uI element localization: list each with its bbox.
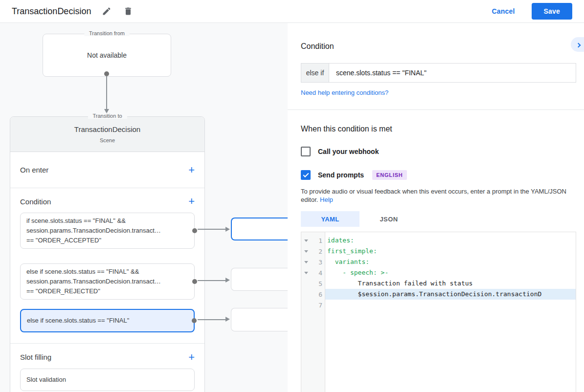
conditions-help-link[interactable]: Need help entering conditions? xyxy=(301,89,388,96)
condition-card-accepted[interactable]: if scene.slots.status == "FINAL" && sess… xyxy=(20,213,195,249)
condition-card-rejected[interactable]: else if scene.slots.status == "FINAL" &&… xyxy=(20,263,195,300)
condition-expression-input[interactable]: scene.slots.status == "FINAL" xyxy=(329,64,576,82)
on-enter-label: On enter xyxy=(20,166,48,174)
connector-line xyxy=(198,319,225,320)
save-button[interactable]: Save xyxy=(532,3,573,20)
connector-line xyxy=(198,280,225,281)
scene-type-label: Scene xyxy=(10,137,204,143)
condition-text: session.params.TransactionDecision.trans… xyxy=(26,277,188,286)
code-line xyxy=(325,300,576,310)
connector-dot xyxy=(104,71,109,76)
page-title: TransactionDecision xyxy=(12,6,91,17)
condition-section: Condition + if scene.slots.status == "FI… xyxy=(10,188,204,344)
condition-card-final-selected[interactable]: else if scene.slots.status == "FINAL" xyxy=(20,309,195,332)
line-number: 5 xyxy=(311,280,325,287)
condition-section-label: Condition xyxy=(20,197,51,206)
code-line: first_simple: xyxy=(325,246,576,257)
scene-diagram-area: Transition from Not available Transition… xyxy=(0,23,584,392)
code-line: Transaction failed with status xyxy=(325,278,576,289)
line-number: 2 xyxy=(311,248,325,255)
connector-dot xyxy=(192,318,197,323)
line-number: 1 xyxy=(311,237,325,244)
add-condition-button[interactable]: + xyxy=(188,196,195,207)
condition-text: if scene.slots.status == "FINAL" && xyxy=(26,216,188,226)
panel-title: Condition xyxy=(301,42,576,51)
code-line: - speech: >- xyxy=(325,267,576,278)
add-slot-button[interactable]: + xyxy=(188,352,195,363)
code-line-highlighted: $session.params.TransactionDecision.tran… xyxy=(325,289,576,300)
tab-yaml[interactable]: YAML xyxy=(301,211,359,227)
arrow-right-icon xyxy=(225,317,230,322)
transition-target-box[interactable] xyxy=(231,308,288,331)
send-prompts-label: Send prompts xyxy=(318,171,364,179)
transition-from-content: Not available xyxy=(43,34,171,76)
connector-line xyxy=(198,229,225,230)
slot-filling-section: Slot filling + Slot validation xyxy=(10,344,204,391)
transition-from-node[interactable]: Transition from Not available xyxy=(43,34,171,77)
condition-detail-panel: Condition else if scene.slots.status == … xyxy=(288,23,584,392)
edit-scene-button[interactable] xyxy=(101,5,112,17)
scene-name: TransactionDecision xyxy=(10,125,204,133)
code-line: idates: xyxy=(325,235,576,246)
condition-text: else if scene.slots.status == "FINAL" xyxy=(27,316,129,326)
language-badge: ENGLISH xyxy=(372,170,407,180)
tab-json[interactable]: JSON xyxy=(359,211,418,227)
editor-gutter: 1 2 3 4 5 6 7 xyxy=(301,232,325,392)
line-number: 4 xyxy=(311,269,325,277)
collapse-panel-button[interactable] xyxy=(571,37,584,52)
editor-tabs: YAML JSON xyxy=(301,211,576,227)
slot-filling-label: Slot filling xyxy=(20,353,51,361)
arrow-right-icon xyxy=(225,227,230,232)
condition-input-group: else if scene.slots.status == "FINAL" xyxy=(301,63,576,83)
arrow-right-icon xyxy=(225,278,230,283)
cancel-button[interactable]: Cancel xyxy=(492,7,515,15)
prompt-hint-body: To provide audio or visual feedback when… xyxy=(301,188,566,203)
transition-target-box[interactable] xyxy=(231,268,288,291)
add-on-enter-button[interactable]: + xyxy=(188,165,195,175)
trash-icon xyxy=(123,6,133,16)
fold-arrow-icon[interactable] xyxy=(301,272,311,274)
yaml-code-editor[interactable]: 1 2 3 4 5 6 7 idates: first_simple: vari… xyxy=(301,232,576,392)
condition-text: session.params.TransactionDecision.trans… xyxy=(26,226,188,236)
when-condition-heading: When this condition is met xyxy=(301,125,576,133)
panel-divider xyxy=(288,109,584,110)
slot-validation-label: Slot validation xyxy=(26,375,66,385)
code-line: variants: xyxy=(325,257,576,267)
send-prompts-row: Send prompts ENGLISH xyxy=(301,170,576,180)
slot-validation-card[interactable]: Slot validation xyxy=(20,369,195,391)
fold-arrow-icon[interactable] xyxy=(301,261,311,263)
on-enter-row[interactable]: On enter + xyxy=(10,152,204,188)
chevron-right-icon xyxy=(576,43,581,47)
editor-code-area[interactable]: idates: first_simple: variants: - speech… xyxy=(325,232,576,392)
condition-text: else if scene.slots.status == "FINAL" && xyxy=(26,267,188,277)
delete-scene-button[interactable] xyxy=(122,5,134,17)
webhook-row: Call your webhook xyxy=(301,147,576,156)
connector-line xyxy=(106,76,107,109)
pencil-icon xyxy=(102,6,112,16)
scene-header[interactable]: TransactionDecision Scene xyxy=(10,117,204,152)
connector-dot xyxy=(192,228,197,233)
transition-to-legend: Transition to xyxy=(88,113,127,119)
transition-target-box-selected[interactable] xyxy=(231,218,288,240)
condition-text: == "ORDER_REJECTED" xyxy=(26,286,188,296)
condition-text: == "ORDER_ACCEPTED" xyxy=(26,236,188,245)
top-bar: TransactionDecision Cancel Save xyxy=(0,0,584,23)
transition-from-legend: Transition from xyxy=(84,30,130,36)
transition-to-node: Transition to TransactionDecision Scene … xyxy=(10,116,205,392)
prompt-hint-text: To provide audio or visual feedback when… xyxy=(301,187,576,204)
hint-help-link[interactable]: Help xyxy=(320,196,333,203)
call-webhook-checkbox[interactable] xyxy=(301,147,311,156)
call-webhook-label: Call your webhook xyxy=(318,148,379,155)
send-prompts-checkbox[interactable] xyxy=(301,170,311,180)
fold-arrow-icon[interactable] xyxy=(301,250,311,253)
line-number: 3 xyxy=(311,259,325,266)
line-number: 6 xyxy=(311,291,325,298)
condition-prefix: else if xyxy=(301,64,329,82)
fold-arrow-icon[interactable] xyxy=(301,240,311,242)
connector-dot xyxy=(192,279,197,284)
line-number: 7 xyxy=(311,302,325,309)
